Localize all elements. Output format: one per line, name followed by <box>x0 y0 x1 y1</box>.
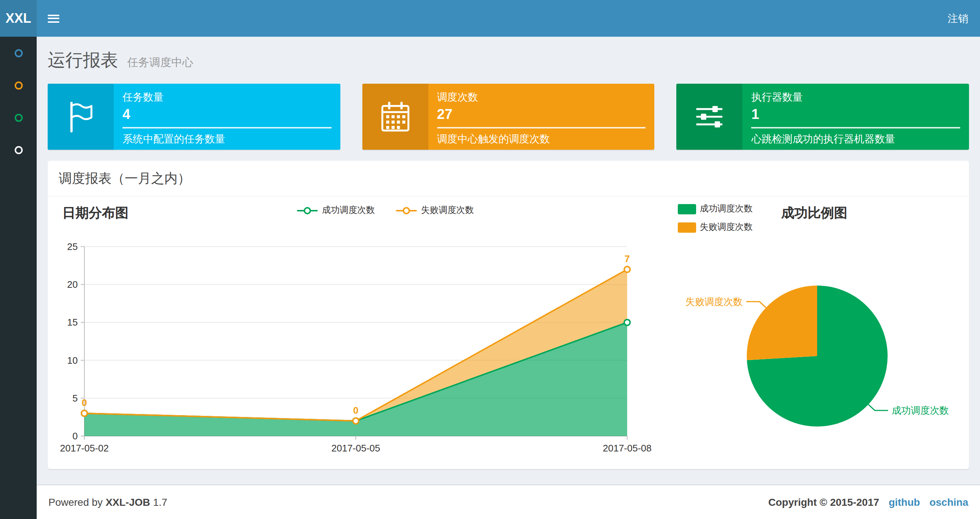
circle-icon <box>14 113 22 121</box>
info-box-content: 任务数量 4 系统中配置的任务数量 <box>114 84 340 150</box>
page-subtitle: 任务调度中心 <box>127 56 193 68</box>
circle-icon <box>14 81 22 89</box>
svg-text:0: 0 <box>82 397 87 408</box>
info-box-description: 心跳检测成功的执行器机器数量 <box>751 133 960 146</box>
svg-text:15: 15 <box>67 317 78 328</box>
svg-text:2017-05-05: 2017-05-05 <box>332 443 380 454</box>
divider <box>751 127 960 128</box>
charts-body: 日期分布图 成功调度次数失败调度次数 05101520252017-05-022… <box>48 197 969 469</box>
app-root: XXL 注销 运行报表 任务调度中心 <box>0 0 980 519</box>
footer: Powered byXXL-JOB1.7 Copyright © 2015-20… <box>37 484 980 519</box>
divider <box>437 127 646 128</box>
footer-copyright: Copyright © 2015-2017 github oschina <box>768 496 968 508</box>
footer-powered-by: Powered byXXL-JOB1.7 <box>48 496 170 508</box>
info-box-content: 调度次数 27 调度中心触发的调度次数 <box>428 84 654 150</box>
svg-text:5: 5 <box>73 393 78 404</box>
svg-text:2017-05-02: 2017-05-02 <box>60 443 109 454</box>
main-content: 运行报表 任务调度中心 任务数量 4 系统中配置的任务数量 <box>37 37 980 484</box>
svg-text:25: 25 <box>67 241 78 252</box>
info-box-content: 执行器数量 1 心跳检测成功的执行器机器数量 <box>743 84 969 150</box>
info-box-task-count: 任务数量 4 系统中配置的任务数量 <box>48 84 340 150</box>
flag-icon <box>48 84 114 150</box>
sidebar-toggle-button[interactable] <box>37 0 70 37</box>
info-box-value: 1 <box>751 107 960 123</box>
circle-icon <box>14 49 22 57</box>
info-box-executor-count: 执行器数量 1 心跳检测成功的执行器机器数量 <box>677 84 969 150</box>
info-box-row: 任务数量 4 系统中配置的任务数量 <box>48 84 969 150</box>
sidebar-item-3[interactable] <box>0 101 37 134</box>
info-box-trigger-count: 调度次数 27 调度中心触发的调度次数 <box>362 84 654 150</box>
sidebar <box>0 37 37 519</box>
info-box-description: 调度中心触发的调度次数 <box>437 133 646 146</box>
hamburger-icon <box>47 13 59 24</box>
sliders-icon <box>677 84 743 150</box>
powered-by-text: Powered by <box>48 496 103 508</box>
sidebar-item-1[interactable] <box>0 37 37 69</box>
version-text: 1.7 <box>153 496 167 508</box>
info-box-value: 27 <box>437 107 646 123</box>
top-navbar: XXL 注销 <box>0 0 980 37</box>
info-box-value: 4 <box>123 107 331 123</box>
product-name: XXL-JOB <box>106 496 150 508</box>
page-title: 运行报表 <box>48 50 118 70</box>
oschina-link[interactable]: oschina <box>929 496 968 508</box>
svg-text:成功调度次数: 成功调度次数 <box>892 405 949 416</box>
svg-text:10: 10 <box>67 355 78 366</box>
circle-icon <box>14 146 22 154</box>
logout-link[interactable]: 注销 <box>936 0 980 37</box>
report-panel: 调度报表（一月之内） 日期分布图 成功调度次数失败调度次数 0510152025… <box>48 161 969 469</box>
calendar-icon <box>362 84 428 150</box>
svg-text:20: 20 <box>67 279 78 290</box>
svg-text:失败调度次数: 失败调度次数 <box>686 296 743 307</box>
info-box-label: 执行器数量 <box>751 91 960 104</box>
sidebar-item-4[interactable] <box>0 134 37 166</box>
date-distribution-chart: 05101520252017-05-022017-05-052017-05-08… <box>48 197 722 469</box>
copyright-text: Copyright © 2015-2017 <box>768 496 879 508</box>
info-box-description: 系统中配置的任务数量 <box>123 133 331 146</box>
info-box-label: 任务数量 <box>123 91 331 104</box>
svg-text:0: 0 <box>73 431 78 442</box>
panel-title: 调度报表（一月之内） <box>48 161 969 197</box>
page-header: 运行报表 任务调度中心 <box>48 48 969 72</box>
sidebar-item-2[interactable] <box>0 69 37 101</box>
svg-text:0: 0 <box>353 405 358 416</box>
success-ratio-pie-chart: 成功调度次数失败调度次数 <box>627 197 969 469</box>
info-box-label: 调度次数 <box>437 91 646 104</box>
app-logo[interactable]: XXL <box>0 0 37 37</box>
github-link[interactable]: github <box>889 496 920 508</box>
divider <box>123 127 331 128</box>
